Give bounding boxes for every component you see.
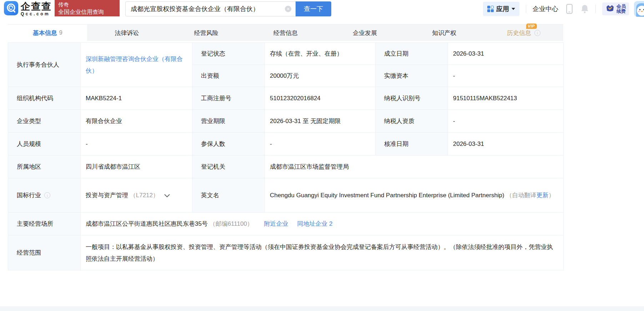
tab-operating-risk[interactable]: 经营风险 [167, 25, 246, 41]
paid-in-capital-value: - [448, 65, 564, 87]
notification-bell-icon[interactable] [580, 4, 589, 14]
tab-intellectual-property[interactable]: 知识产权 [404, 25, 484, 41]
tab-count-badge: 9 [59, 30, 62, 36]
promo-line2: 全国企业信用查询 [58, 8, 116, 16]
brand-name-en: Qcc.com [21, 11, 52, 16]
top-header: 企查查 Qcc.com 传奇 全国企业信用查询 查一下 应用 企业中心 [0, 0, 644, 18]
qcc-logo[interactable]: 企查查 Qcc.com [4, 1, 52, 17]
info-circle-icon[interactable] [534, 30, 540, 36]
industry-label: 国标行业 [17, 191, 41, 199]
brand-name-cn: 企查查 [21, 2, 52, 11]
tab-label: 企业发展 [353, 29, 377, 37]
promo-banner: 传奇 全国企业信用查询 [55, 0, 120, 16]
tab-label: 基本信息 [33, 29, 57, 37]
industry-value: 投资与资产管理 [86, 192, 128, 199]
vip-badge: VIP [526, 24, 537, 29]
apps-label: 应用 [496, 5, 509, 13]
translate-update-link[interactable]: 更新 [536, 192, 548, 199]
establish-date-value: 2026-03-31 [448, 43, 564, 65]
divider [526, 5, 526, 13]
bottom-strip [0, 306, 644, 311]
business-reg-no-value: 510123202016824 [265, 87, 376, 110]
english-name-value-cell: Chengdu Guangyi Equity Investment Fund P… [265, 178, 564, 213]
contribution-value: 20000万元 [265, 65, 376, 87]
insured-count-label: 参保人数 [192, 133, 265, 156]
company-type-value: 有限合伙企业 [81, 110, 192, 133]
qcc-company-page: { "colors": { "accent_blue": "#3E83E2", … [0, 0, 644, 311]
registration-authority-value: 成都市温江区市场监督管理局 [265, 156, 564, 178]
caret-down-icon [512, 8, 515, 10]
tab-enterprise-development[interactable]: 企业发展 [325, 25, 404, 41]
tab-operating-info[interactable]: 经营信息 [246, 25, 325, 41]
industry-label-cell: 国标行业 [8, 178, 81, 213]
info-circle-icon[interactable] [44, 192, 50, 198]
same-address-companies-link[interactable]: 同地址企业 2 [297, 220, 332, 227]
company-type-label: 企业类型 [8, 110, 81, 133]
taxpayer-id-label: 纳税人识别号 [376, 87, 448, 110]
member-text: 会员 续费 [617, 4, 626, 14]
enterprise-center-link[interactable]: 企业中心 [533, 5, 558, 13]
apps-grid-icon [487, 6, 494, 12]
reg-status-label: 登记状态 [192, 43, 265, 65]
reg-status-value: 存续（在营、开业、在册） [265, 43, 376, 65]
tab-history-info[interactable]: 历史信息 VIP [484, 25, 563, 41]
executive-partner-value: 深圳新融管理咨询合伙企业（有限合伙） [81, 43, 192, 87]
apps-menu-button[interactable]: 应用 [483, 2, 519, 16]
staff-size-label: 人员规模 [8, 133, 81, 156]
tab-label: 经营风险 [194, 29, 218, 37]
insured-count-value: - [265, 133, 376, 156]
member-renew-button[interactable]: 会员 续费 [602, 2, 629, 15]
industry-value-cell: 投资与资产管理 （L7212） [81, 178, 192, 213]
clear-search-icon[interactable] [285, 6, 291, 12]
basic-info-table: 执行事务合伙人 深圳新融管理咨询合伙企业（有限合伙） 登记状态 存续（在营、开业… [8, 42, 564, 270]
search-input[interactable] [125, 1, 296, 16]
business-scope-value: 一般项目：以私募基金从事股权投资、投资管理、资产管理等活动（须在中国证券投资基金… [81, 235, 564, 270]
main-address-zip: （邮编611100） [210, 220, 253, 227]
auto-translate-note-close: ） [548, 192, 554, 199]
executive-partner-link[interactable]: 深圳新融管理咨询合伙企业（有限合伙） [86, 56, 183, 74]
mobile-phone-icon[interactable] [566, 4, 573, 14]
divider [595, 5, 596, 13]
tab-legal-proceedings[interactable]: 法律诉讼 [87, 25, 166, 41]
business-term-label: 营业期限 [192, 110, 265, 133]
taxpayer-id-value: 91510115MAKB522413 [448, 87, 564, 110]
member-line2: 续费 [617, 9, 626, 14]
region-value: 四川省成都市温江区 [81, 156, 192, 178]
chevron-down-icon[interactable] [164, 192, 170, 199]
member-crown-icon [605, 4, 615, 14]
tab-label: 知识产权 [432, 29, 457, 37]
taxpayer-qualification-label: 纳税人资质 [376, 110, 448, 133]
nearby-companies-link[interactable]: 附近企业 [264, 220, 288, 227]
business-reg-no-label: 工商注册号 [192, 87, 265, 110]
tab-basic-info[interactable]: 基本信息 9 [8, 25, 87, 41]
penguin-avatar[interactable] [634, 1, 644, 17]
region-label: 所属地区 [8, 156, 81, 178]
member-line1: 会员 [617, 4, 626, 9]
english-name-value: Chengdu Guangyi Equity Investment Fund P… [270, 192, 504, 199]
approval-date-value: 2026-03-31 [448, 133, 564, 156]
promo-line1: 传奇 [58, 1, 116, 8]
staff-size-value: - [81, 133, 192, 156]
tab-label: 经营信息 [273, 29, 298, 37]
org-code-label: 组织机构代码 [8, 87, 81, 110]
tab-label: 法律诉讼 [115, 29, 139, 37]
org-code-value: MAKB5224-1 [81, 87, 192, 110]
executive-partner-label: 执行事务合伙人 [8, 43, 81, 87]
main-address-value-cell: 成都市温江区公平街道惠民社区惠民东巷35号 （邮编611100） 附近企业 同地… [81, 213, 564, 235]
establish-date-label: 成立日期 [376, 43, 448, 65]
section-tabbar: 基本信息 9 法律诉讼 经营风险 经营信息 企业发展 知识产权 历史信息 VIP [8, 24, 563, 41]
search-button[interactable]: 查一下 [296, 1, 331, 16]
paid-in-capital-label: 实缴资本 [376, 65, 448, 87]
english-name-label: 英文名 [192, 178, 265, 213]
main-address-label: 主要经营场所 [8, 213, 81, 235]
approval-date-label: 核准日期 [376, 133, 448, 156]
industry-code: （L7212） [130, 192, 159, 199]
header-right-nav: 应用 企业中心 会员 [483, 1, 644, 17]
auto-translate-note: （自动翻译 [506, 192, 536, 199]
brand-text: 企查查 Qcc.com [21, 2, 52, 16]
contribution-label: 出资额 [192, 65, 265, 87]
taxpayer-qualification-value: - [448, 110, 564, 133]
business-term-value: 2026-03-31 至 无固定期限 [265, 110, 376, 133]
tab-label: 历史信息 [507, 30, 531, 36]
qcc-logo-magnifier-icon [4, 1, 19, 17]
